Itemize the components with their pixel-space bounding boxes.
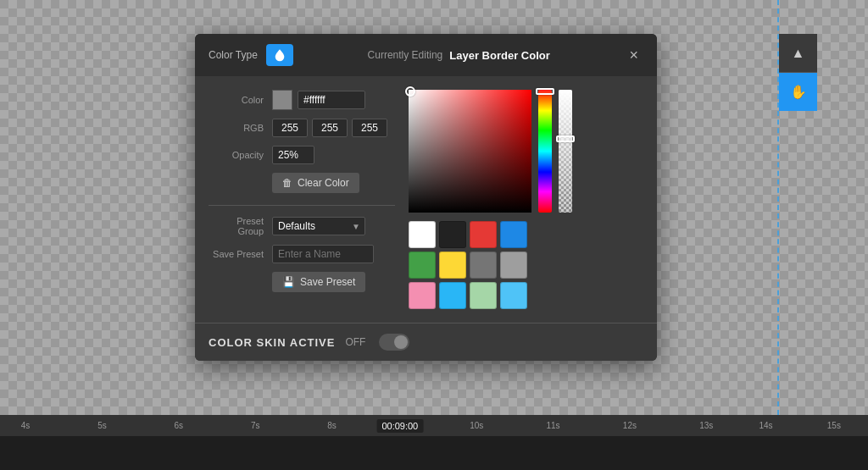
swatch-yellow[interactable] (439, 252, 466, 279)
clear-color-button[interactable]: 🗑 Clear Color (272, 173, 359, 193)
header-left: Color Type (209, 44, 293, 66)
rgb-inputs (272, 119, 387, 137)
swatch-light-green[interactable] (470, 282, 497, 309)
opacity-label: Opacity (209, 150, 264, 160)
presets-grid (409, 221, 643, 309)
hand-tool-button[interactable]: ✋ (779, 73, 817, 111)
right-panel (409, 90, 643, 309)
swatch-black[interactable] (439, 221, 466, 248)
opacity-handle[interactable] (556, 135, 575, 142)
preset-group-wrapper: Defaults Custom ▼ (272, 217, 365, 235)
hue-handle[interactable] (536, 88, 554, 95)
toggle-label: OFF (345, 336, 365, 348)
color-skin-toggle[interactable] (379, 334, 409, 351)
save-preset-button[interactable]: 💾 Save Preset (272, 272, 365, 292)
droplet-icon (273, 48, 287, 62)
swatch-gray-medium[interactable] (470, 252, 497, 279)
chevron-up-icon: ▲ (792, 46, 805, 61)
left-panel: Color RGB Opacity 🗑 Cle (209, 90, 395, 309)
timeline-marker-11s: 11s (546, 421, 559, 430)
timeline-bottom (0, 436, 868, 470)
swatch-white[interactable] (409, 221, 436, 248)
save-preset-label: Save Preset (209, 249, 264, 259)
chevron-up-button[interactable]: ▲ (779, 34, 817, 72)
swatch-blue[interactable] (500, 221, 527, 248)
save-preset-row: Save Preset (209, 245, 395, 263)
timeline-current-time: 00:09:00 (376, 419, 423, 433)
color-type-icon[interactable] (266, 44, 293, 66)
picker-handle[interactable] (405, 86, 415, 97)
timeline-marker-10s: 10s (470, 421, 483, 430)
hex-input[interactable] (298, 91, 365, 109)
timeline-marker-8s: 8s (327, 421, 337, 430)
timeline-marker-4s: 4s (21, 421, 31, 430)
timeline-top: 4s 5s 6s 7s 8s 00:09:00 10s 11s 12s 13s … (0, 415, 868, 436)
right-side-panel: ▲ ✋ (779, 34, 817, 111)
divider (209, 205, 395, 206)
opacity-slider-gradient (559, 90, 572, 213)
header-center: Currently Editing Layer Border Color (368, 49, 550, 62)
color-type-label: Color Type (209, 49, 258, 61)
editing-name: Layer Border Color (449, 49, 549, 62)
timeline-marker-12s: 12s (623, 421, 637, 430)
color-label: Color (209, 95, 264, 105)
swatch-pink[interactable] (409, 282, 436, 309)
timeline-markers: 4s 5s 6s 7s 8s 00:09:00 10s 11s 12s 13s … (8, 415, 860, 436)
preset-group-label: Preset Group (209, 216, 264, 236)
timeline-marker-6s: 6s (175, 421, 184, 430)
currently-editing-label: Currently Editing (368, 49, 443, 61)
save-preset-btn-label: Save Preset (300, 276, 355, 288)
g-input[interactable] (312, 119, 348, 137)
opacity-input[interactable] (272, 146, 314, 164)
color-row: Color (209, 90, 395, 110)
swatch-green[interactable] (409, 252, 436, 279)
toggle-knob (394, 335, 408, 349)
dialog-bottom: COLOR SKIN ACTIVE OFF (195, 323, 657, 361)
timeline-marker-7s: 7s (251, 421, 260, 430)
preset-group-select[interactable]: Defaults Custom (272, 217, 365, 235)
color-swatch[interactable] (272, 90, 292, 110)
save-preset-input[interactable] (272, 245, 374, 263)
trash-icon: 🗑 (282, 177, 292, 189)
opacity-row: Opacity (209, 146, 395, 164)
save-icon: 💾 (282, 276, 295, 288)
dialog-header: Color Type Currently Editing Layer Borde… (195, 34, 657, 76)
timeline-marker-13s: 13s (699, 421, 713, 430)
dialog-body: Color RGB Opacity 🗑 Cle (195, 76, 657, 323)
r-input[interactable] (272, 119, 308, 137)
preset-group-row: Preset Group Defaults Custom ▼ (209, 216, 395, 236)
color-skin-label: COLOR SKIN ACTIVE (209, 336, 335, 349)
hand-icon: ✋ (790, 84, 807, 100)
swatch-sky-blue[interactable] (500, 282, 527, 309)
timeline-marker-15s: 15s (827, 421, 841, 430)
swatch-light-blue[interactable] (439, 282, 466, 309)
rgb-label: RGB (209, 123, 264, 133)
timeline-bar: 4s 5s 6s 7s 8s 00:09:00 10s 11s 12s 13s … (0, 415, 868, 470)
timeline-marker-5s: 5s (97, 421, 107, 430)
color-gradient[interactable] (409, 90, 531, 213)
gradient-black (409, 90, 531, 213)
close-button[interactable]: × (624, 46, 643, 64)
rgb-row: RGB (209, 119, 395, 137)
color-picker-dialog: Color Type Currently Editing Layer Borde… (195, 34, 657, 361)
swatch-red[interactable] (470, 221, 497, 248)
color-picker-top (409, 90, 643, 213)
clear-color-label: Clear Color (298, 177, 349, 189)
opacity-slider[interactable] (559, 90, 572, 213)
timeline-marker-14s: 14s (759, 421, 772, 430)
swatch-gray-light[interactable] (500, 252, 527, 279)
hue-slider[interactable] (538, 90, 552, 213)
b-input[interactable] (352, 119, 387, 137)
